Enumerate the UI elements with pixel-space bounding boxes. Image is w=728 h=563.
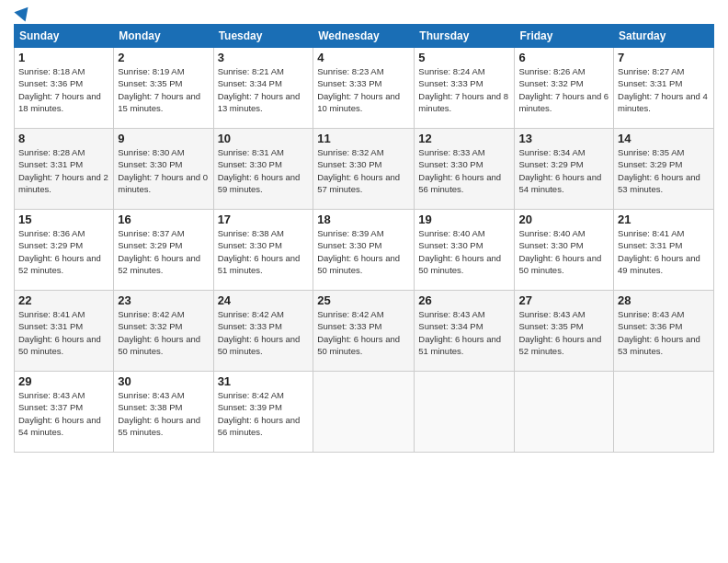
day-number: 1	[18, 51, 109, 64]
calendar-cell: 14Sunrise: 8:35 AMSunset: 3:29 PMDayligh…	[614, 129, 714, 210]
weekday-header-sunday: Sunday	[15, 25, 114, 48]
day-info: Sunrise: 8:42 AMSunset: 3:39 PMDaylight:…	[218, 389, 310, 438]
day-info: Sunrise: 8:43 AMSunset: 3:37 PMDaylight:…	[18, 389, 109, 438]
calendar-cell: 4Sunrise: 8:23 AMSunset: 3:33 PMDaylight…	[313, 48, 415, 129]
day-number: 7	[618, 51, 710, 64]
day-info: Sunrise: 8:43 AMSunset: 3:38 PMDaylight:…	[118, 389, 209, 438]
calendar-cell: 6Sunrise: 8:26 AMSunset: 3:32 PMDaylight…	[515, 48, 614, 129]
calendar-cell	[515, 372, 614, 453]
day-number: 27	[518, 293, 609, 307]
day-info: Sunrise: 8:38 AMSunset: 3:30 PMDaylight:…	[218, 227, 310, 276]
calendar-cell: 7Sunrise: 8:27 AMSunset: 3:31 PMDaylight…	[614, 48, 714, 129]
calendar-cell: 22Sunrise: 8:41 AMSunset: 3:31 PMDayligh…	[15, 291, 114, 372]
calendar-cell: 16Sunrise: 8:37 AMSunset: 3:29 PMDayligh…	[114, 210, 213, 291]
weekday-header-tuesday: Tuesday	[213, 25, 313, 48]
day-number: 8	[18, 132, 109, 145]
day-info: Sunrise: 8:35 AMSunset: 3:29 PMDaylight:…	[618, 146, 710, 195]
calendar-week-1: 1Sunrise: 8:18 AMSunset: 3:36 PMDaylight…	[15, 48, 714, 129]
calendar-cell	[313, 372, 415, 453]
calendar-cell: 29Sunrise: 8:43 AMSunset: 3:37 PMDayligh…	[15, 372, 114, 453]
calendar-week-4: 22Sunrise: 8:41 AMSunset: 3:31 PMDayligh…	[15, 291, 714, 372]
calendar-cell: 9Sunrise: 8:30 AMSunset: 3:30 PMDaylight…	[114, 129, 213, 210]
day-number: 19	[418, 213, 510, 226]
calendar-week-5: 29Sunrise: 8:43 AMSunset: 3:37 PMDayligh…	[15, 372, 714, 453]
logo-triangle-icon	[14, 2, 33, 21]
calendar-cell	[415, 372, 515, 453]
day-info: Sunrise: 8:40 AMSunset: 3:30 PMDaylight:…	[518, 227, 609, 276]
calendar-cell: 23Sunrise: 8:42 AMSunset: 3:32 PMDayligh…	[114, 291, 213, 372]
calendar-cell: 15Sunrise: 8:36 AMSunset: 3:29 PMDayligh…	[15, 210, 114, 291]
calendar-cell: 10Sunrise: 8:31 AMSunset: 3:30 PMDayligh…	[213, 129, 313, 210]
calendar-cell: 18Sunrise: 8:39 AMSunset: 3:30 PMDayligh…	[313, 210, 415, 291]
calendar-cell: 2Sunrise: 8:19 AMSunset: 3:35 PMDaylight…	[114, 48, 213, 129]
day-info: Sunrise: 8:41 AMSunset: 3:31 PMDaylight:…	[618, 227, 710, 276]
calendar-cell: 8Sunrise: 8:28 AMSunset: 3:31 PMDaylight…	[15, 129, 114, 210]
weekday-header-saturday: Saturday	[614, 25, 714, 48]
day-info: Sunrise: 8:27 AMSunset: 3:31 PMDaylight:…	[618, 65, 710, 114]
day-info: Sunrise: 8:43 AMSunset: 3:34 PMDaylight:…	[418, 308, 510, 357]
day-number: 30	[118, 374, 209, 388]
day-number: 3	[218, 51, 310, 64]
day-info: Sunrise: 8:28 AMSunset: 3:31 PMDaylight:…	[18, 146, 109, 195]
day-info: Sunrise: 8:24 AMSunset: 3:33 PMDaylight:…	[418, 65, 510, 114]
day-number: 25	[317, 293, 410, 307]
header	[14, 9, 714, 18]
day-number: 28	[618, 293, 710, 307]
day-number: 12	[418, 132, 510, 145]
day-number: 10	[218, 132, 310, 145]
day-info: Sunrise: 8:26 AMSunset: 3:32 PMDaylight:…	[518, 65, 609, 114]
day-number: 15	[18, 213, 109, 226]
weekday-header-wednesday: Wednesday	[313, 25, 415, 48]
calendar-cell: 13Sunrise: 8:34 AMSunset: 3:29 PMDayligh…	[515, 129, 614, 210]
day-info: Sunrise: 8:34 AMSunset: 3:29 PMDaylight:…	[518, 146, 609, 195]
day-number: 17	[218, 213, 310, 226]
day-info: Sunrise: 8:37 AMSunset: 3:29 PMDaylight:…	[118, 227, 209, 276]
day-info: Sunrise: 8:33 AMSunset: 3:30 PMDaylight:…	[418, 146, 510, 195]
day-info: Sunrise: 8:23 AMSunset: 3:33 PMDaylight:…	[317, 65, 410, 114]
calendar-cell: 31Sunrise: 8:42 AMSunset: 3:39 PMDayligh…	[213, 372, 313, 453]
calendar-week-2: 8Sunrise: 8:28 AMSunset: 3:31 PMDaylight…	[15, 129, 714, 210]
day-info: Sunrise: 8:32 AMSunset: 3:30 PMDaylight:…	[317, 146, 410, 195]
day-info: Sunrise: 8:43 AMSunset: 3:35 PMDaylight:…	[518, 308, 609, 357]
page-container: SundayMondayTuesdayWednesdayThursdayFrid…	[0, 0, 728, 462]
day-number: 4	[317, 51, 410, 64]
day-info: Sunrise: 8:41 AMSunset: 3:31 PMDaylight:…	[18, 308, 109, 357]
day-info: Sunrise: 8:42 AMSunset: 3:33 PMDaylight:…	[218, 308, 310, 357]
day-number: 26	[418, 293, 510, 307]
calendar-table: SundayMondayTuesdayWednesdayThursdayFrid…	[14, 24, 714, 453]
day-number: 6	[518, 51, 609, 64]
calendar-cell: 20Sunrise: 8:40 AMSunset: 3:30 PMDayligh…	[515, 210, 614, 291]
calendar-cell: 12Sunrise: 8:33 AMSunset: 3:30 PMDayligh…	[415, 129, 515, 210]
day-number: 11	[317, 132, 410, 145]
day-number: 18	[317, 213, 410, 226]
day-info: Sunrise: 8:31 AMSunset: 3:30 PMDaylight:…	[218, 146, 310, 195]
calendar-cell: 17Sunrise: 8:38 AMSunset: 3:30 PMDayligh…	[213, 210, 313, 291]
calendar-cell: 25Sunrise: 8:42 AMSunset: 3:33 PMDayligh…	[313, 291, 415, 372]
calendar-cell: 24Sunrise: 8:42 AMSunset: 3:33 PMDayligh…	[213, 291, 313, 372]
day-number: 22	[18, 293, 109, 307]
day-number: 20	[518, 213, 609, 226]
day-number: 31	[218, 374, 310, 388]
day-number: 14	[618, 132, 710, 145]
logo	[14, 9, 31, 18]
calendar-cell: 5Sunrise: 8:24 AMSunset: 3:33 PMDaylight…	[415, 48, 515, 129]
day-info: Sunrise: 8:42 AMSunset: 3:33 PMDaylight:…	[317, 308, 410, 357]
day-info: Sunrise: 8:39 AMSunset: 3:30 PMDaylight:…	[317, 227, 410, 276]
day-number: 21	[618, 213, 710, 226]
day-info: Sunrise: 8:43 AMSunset: 3:36 PMDaylight:…	[618, 308, 710, 357]
calendar-cell: 1Sunrise: 8:18 AMSunset: 3:36 PMDaylight…	[15, 48, 114, 129]
calendar-cell: 26Sunrise: 8:43 AMSunset: 3:34 PMDayligh…	[415, 291, 515, 372]
day-info: Sunrise: 8:36 AMSunset: 3:29 PMDaylight:…	[18, 227, 109, 276]
weekday-header-monday: Monday	[114, 25, 213, 48]
day-info: Sunrise: 8:42 AMSunset: 3:32 PMDaylight:…	[118, 308, 209, 357]
calendar-cell: 28Sunrise: 8:43 AMSunset: 3:36 PMDayligh…	[614, 291, 714, 372]
day-info: Sunrise: 8:30 AMSunset: 3:30 PMDaylight:…	[118, 146, 209, 195]
day-number: 5	[418, 51, 510, 64]
calendar-cell: 30Sunrise: 8:43 AMSunset: 3:38 PMDayligh…	[114, 372, 213, 453]
calendar-cell	[614, 372, 714, 453]
day-number: 16	[118, 213, 209, 226]
day-info: Sunrise: 8:21 AMSunset: 3:34 PMDaylight:…	[218, 65, 310, 114]
day-number: 13	[518, 132, 609, 145]
day-number: 2	[118, 51, 209, 64]
day-number: 9	[118, 132, 209, 145]
